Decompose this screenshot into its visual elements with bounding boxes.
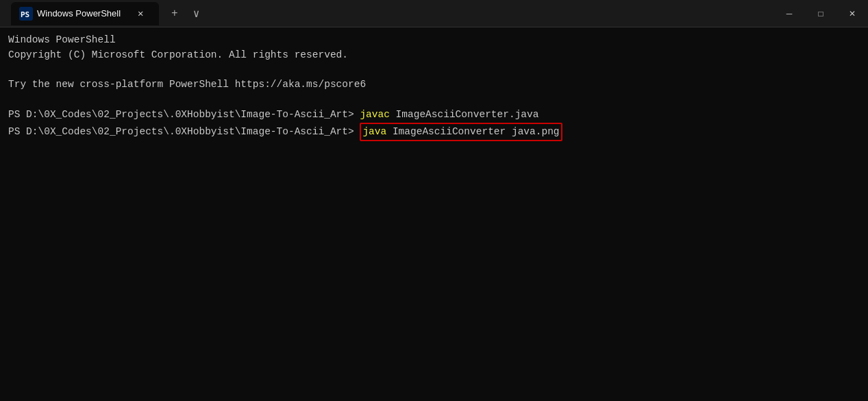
prompt1-command: javac [360, 108, 390, 123]
prompt1-args: ImageAsciiConverter.java [390, 108, 539, 123]
prompt2-command: java [362, 126, 386, 137]
terminal-line-empty-2 [8, 93, 860, 108]
minimize-button[interactable]: ─ [773, 0, 805, 27]
terminal-body[interactable]: Windows PowerShell Copyright (C) Microso… [0, 27, 868, 401]
powershell-icon: PS [19, 7, 33, 21]
tab-close-button[interactable]: ✕ [130, 3, 151, 24]
tab-dropdown-button[interactable]: ∨ [190, 3, 203, 25]
terminal-prompt-1: PS D:\0X_Codes\02_Projects\.0XHobbyist\I… [8, 108, 860, 123]
terminal-line-1: Windows PowerShell [8, 33, 860, 48]
titlebar: PS Windows PowerShell ✕ + ∨ ─ □ ✕ [0, 0, 868, 27]
window-close-button[interactable]: ✕ [836, 0, 868, 27]
svg-text:PS: PS [21, 10, 29, 19]
prompt2-args: ImageAsciiConverter java.png [386, 126, 559, 137]
terminal-line-4: Try the new cross-platform PowerShell ht… [8, 77, 860, 93]
maximize-button[interactable]: □ [805, 0, 836, 27]
prompt2-highlighted-box: java ImageAsciiConverter java.png [360, 123, 562, 142]
titlebar-tab[interactable]: PS Windows PowerShell ✕ [11, 2, 159, 25]
window-controls: ─ □ ✕ [773, 0, 868, 27]
tab-title: Windows PowerShell [37, 8, 121, 19]
terminal-prompt-2: PS D:\0X_Codes\02_Projects\.0XHobbyist\I… [8, 123, 860, 142]
powershell-window: PS Windows PowerShell ✕ + ∨ ─ □ ✕ Window… [0, 0, 868, 401]
prompt1-prefix: PS D:\0X_Codes\02_Projects\.0XHobbyist\I… [8, 108, 360, 123]
terminal-line-2: Copyright (C) Microsoft Corporation. All… [8, 48, 860, 63]
titlebar-left: PS Windows PowerShell ✕ + ∨ [8, 2, 773, 25]
prompt2-prefix: PS D:\0X_Codes\02_Projects\.0XHobbyist\I… [8, 125, 360, 140]
new-tab-button[interactable]: + [166, 3, 184, 24]
terminal-line-empty-1 [8, 63, 860, 78]
